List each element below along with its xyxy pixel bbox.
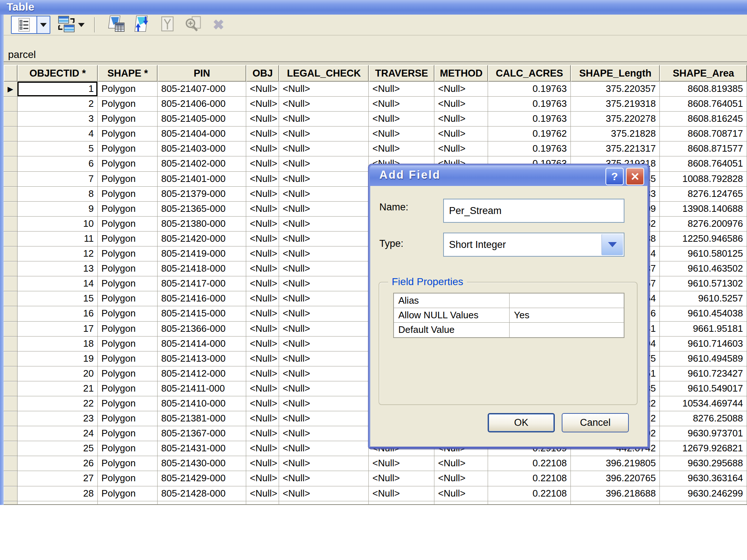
cell-obj[interactable]: <Null> <box>246 141 279 156</box>
cell-pin[interactable]: 805-21404-000 <box>158 127 246 141</box>
row-selector[interactable] <box>4 291 18 306</box>
column-header-method[interactable]: METHOD <box>434 65 488 82</box>
cell-obj[interactable]: <Null> <box>246 471 279 486</box>
cell-obj[interactable]: <Null> <box>246 456 279 471</box>
cell-traverse[interactable]: <Null> <box>369 471 434 486</box>
cell-shape[interactable]: Polygon <box>98 381 158 396</box>
row-selector[interactable] <box>4 456 18 471</box>
cell-obj[interactable]: <Null> <box>246 217 279 232</box>
cell-pin[interactable]: 805-21402-000 <box>158 156 246 171</box>
cell-pin[interactable]: 805-21431-000 <box>158 441 246 456</box>
cell-shape[interactable]: Polygon <box>98 187 158 202</box>
cell-legal_check[interactable]: <Null> <box>279 202 369 217</box>
cell-pin[interactable]: 805-21411-000 <box>158 381 246 396</box>
cell-pin[interactable]: 805-21430-000 <box>158 456 246 471</box>
cell-objectid[interactable]: 13 <box>18 261 98 276</box>
cell-legal_check[interactable]: <Null> <box>279 306 369 321</box>
cell-objectid[interactable]: 22 <box>18 396 98 411</box>
cell-obj[interactable]: <Null> <box>246 232 279 246</box>
cell-objectid[interactable]: 24 <box>18 426 98 441</box>
cell-calc_acres[interactable]: 0.19763 <box>488 82 571 97</box>
cell-shape_area[interactable]: 9661.95181 <box>660 322 747 337</box>
column-header-traverse[interactable]: TRAVERSE <box>369 65 434 82</box>
cell-legal_check[interactable]: <Null> <box>279 276 369 291</box>
cell-legal_check[interactable]: <Null> <box>279 441 369 456</box>
cell-shape_length[interactable]: 375.219318 <box>571 97 660 112</box>
cell-shape_area[interactable]: 9610.549017 <box>660 381 747 396</box>
row-selector[interactable] <box>4 441 18 456</box>
row-selector[interactable] <box>4 366 18 381</box>
column-header-obj[interactable]: OBJ <box>246 65 279 82</box>
cell-calc_acres[interactable]: 0.22108 <box>488 471 571 486</box>
cell-obj[interactable]: <Null> <box>246 276 279 291</box>
cell-pin[interactable]: 805-21418-000 <box>158 261 246 276</box>
cell-shape[interactable] <box>98 501 158 504</box>
cell-pin[interactable]: 805-21415-000 <box>158 306 246 321</box>
cell-objectid[interactable]: 7 <box>18 172 98 187</box>
cell-pin[interactable]: 805-21367-000 <box>158 426 246 441</box>
cell-objectid[interactable]: 19 <box>18 351 98 366</box>
cell-pin[interactable]: 805-21416-000 <box>158 291 246 306</box>
cell-shape[interactable]: Polygon <box>98 306 158 321</box>
cell-objectid[interactable]: 16 <box>18 306 98 321</box>
cell-obj[interactable]: <Null> <box>246 441 279 456</box>
cell-shape[interactable]: Polygon <box>98 411 158 426</box>
cell-shape[interactable]: Polygon <box>98 112 158 127</box>
table-row[interactable]: 2Polygon805-21406-000<Null><Null><Null><… <box>4 97 747 112</box>
table-row[interactable]: 3Polygon805-21405-000<Null><Null><Null><… <box>4 112 747 127</box>
row-selector[interactable] <box>4 202 18 217</box>
cell-shape_area[interactable]: 9610.454038 <box>660 306 747 321</box>
cell-traverse[interactable]: <Null> <box>369 82 434 97</box>
cell-pin[interactable]: 805-21428-000 <box>158 486 246 501</box>
column-header-shape_area[interactable]: SHAPE_Area <box>660 65 747 82</box>
cell-objectid[interactable]: 4 <box>18 127 98 141</box>
table-row[interactable]: 4Polygon805-21404-000<Null><Null><Null><… <box>4 127 747 141</box>
cell-legal_check[interactable]: <Null> <box>279 366 369 381</box>
cell-objectid[interactable]: 25 <box>18 441 98 456</box>
cell-legal_check[interactable]: <Null> <box>279 112 369 127</box>
cell-objectid[interactable]: 10 <box>18 217 98 232</box>
row-selector[interactable] <box>4 306 18 321</box>
cell-objectid[interactable]: 9 <box>18 202 98 217</box>
cell-shape_area[interactable]: 10088.792828 <box>660 172 747 187</box>
cell-shape[interactable]: Polygon <box>98 426 158 441</box>
cell-shape_area[interactable]: 10534.469744 <box>660 396 747 411</box>
column-header-calc_acres[interactable]: CALC_ACRES <box>488 65 571 82</box>
cell-obj[interactable]: <Null> <box>246 426 279 441</box>
row-selector[interactable] <box>4 396 18 411</box>
cell-shape[interactable]: Polygon <box>98 97 158 112</box>
cell-legal_check[interactable]: <Null> <box>279 172 369 187</box>
cell-shape_area[interactable]: 9630.246299 <box>660 486 747 501</box>
table-row[interactable]: 28Polygon805-21428-000<Null><Null><Null>… <box>4 486 747 501</box>
cell-shape_length[interactable]: 396.220765 <box>571 471 660 486</box>
related-tables-button[interactable] <box>57 16 76 34</box>
cell-obj[interactable]: <Null> <box>246 246 279 261</box>
cell-legal_check[interactable]: <Null> <box>279 456 369 471</box>
row-selector[interactable] <box>4 261 18 276</box>
cell-obj[interactable]: <Null> <box>246 381 279 396</box>
cell-legal_check[interactable]: <Null> <box>279 426 369 441</box>
cell-traverse[interactable]: <Null> <box>369 127 434 141</box>
window-titlebar[interactable]: Table <box>0 0 747 15</box>
cell-shape[interactable]: Polygon <box>98 322 158 337</box>
cell-shape_area[interactable]: 12679.926821 <box>660 441 747 456</box>
row-selector[interactable] <box>4 112 18 127</box>
cell-shape_area[interactable]: 9630.363164 <box>660 471 747 486</box>
cell-obj[interactable]: <Null> <box>246 337 279 351</box>
cell-method[interactable]: <Null> <box>434 82 488 97</box>
cell-shape[interactable]: Polygon <box>98 127 158 141</box>
cell-legal_check[interactable]: <Null> <box>279 187 369 202</box>
table-options-dropdown[interactable] <box>37 16 50 33</box>
cell-legal_check[interactable]: <Null> <box>279 396 369 411</box>
table-options-button[interactable] <box>11 16 50 34</box>
column-header-objectid[interactable]: OBJECTID * <box>18 65 98 82</box>
column-header-legal_check[interactable]: LEGAL_CHECK <box>279 65 369 82</box>
row-selector[interactable] <box>4 232 18 246</box>
column-header-shape_length[interactable]: SHAPE_Length <box>571 65 660 82</box>
row-selector[interactable] <box>4 381 18 396</box>
related-tables-dropdown[interactable] <box>77 16 86 34</box>
cell-legal_check[interactable]: <Null> <box>279 246 369 261</box>
cell-shape[interactable]: Polygon <box>98 441 158 456</box>
field-type-select[interactable]: Short Integer <box>443 233 624 257</box>
cell-obj[interactable]: <Null> <box>246 261 279 276</box>
